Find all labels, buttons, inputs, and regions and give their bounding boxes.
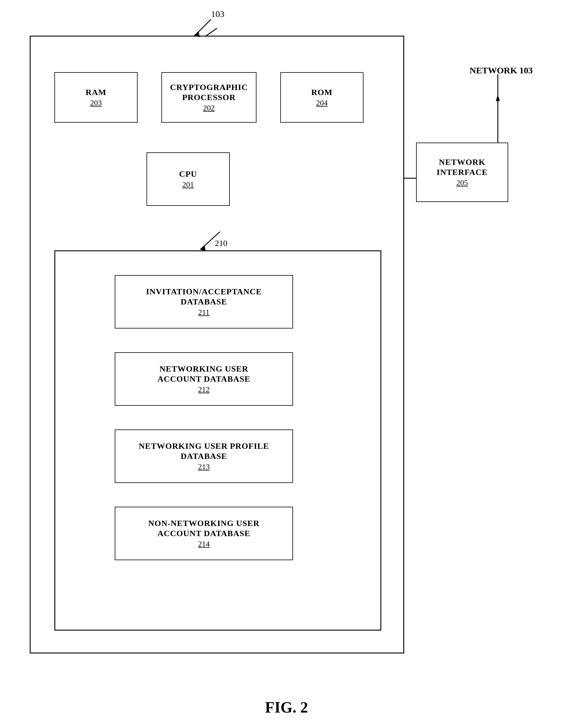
db4-label: NON-NETWORKING USERACCOUNT DATABASE — [148, 518, 259, 538]
db4-box: NON-NETWORKING USERACCOUNT DATABASE 214 — [115, 507, 293, 560]
rom-ref: 204 — [316, 99, 328, 108]
cpu-box: CPU 201 — [147, 152, 230, 206]
cpu-label: CPU — [179, 169, 197, 179]
cpu-ref: 201 — [183, 180, 194, 189]
crypto-ref: 202 — [203, 104, 215, 113]
db3-ref: 213 — [198, 462, 210, 471]
db1-box: INVITATION/ACCEPTANCEDATABASE 211 — [115, 275, 293, 329]
db2-label: NETWORKING USERACCOUNT DATABASE — [158, 364, 250, 384]
db4-ref: 214 — [198, 540, 210, 549]
db2-ref: 212 — [198, 385, 210, 394]
svg-line-20 — [202, 232, 220, 248]
network-interface-ref: 205 — [457, 178, 468, 187]
crypto-box: CRYPTOGRAPHICPROCESSOR 202 — [161, 72, 257, 123]
ram-box: RAM 203 — [54, 72, 138, 123]
db3-box: NETWORKING USER PROFILEDATABASE 213 — [115, 430, 293, 483]
storage-box: INVITATION/ACCEPTANCEDATABASE 211 NETWOR… — [54, 250, 381, 630]
network-interface-box: NETWORKINTERFACE 205 — [416, 143, 508, 202]
db1-ref: 211 — [198, 308, 210, 317]
rom-label: ROM — [311, 87, 332, 98]
svg-marker-14 — [496, 95, 500, 101]
network-label: NETWORK 103 — [470, 65, 533, 75]
crypto-label: CRYPTOGRAPHICPROCESSOR — [170, 82, 248, 102]
figure-label: FIG. 2 — [265, 698, 308, 716]
db2-box: NETWORKING USERACCOUNT DATABASE 212 — [115, 352, 293, 406]
ram-label: RAM — [86, 87, 106, 98]
ram-ref: 203 — [90, 99, 102, 108]
network-interface-label: NETWORKINTERFACE — [436, 157, 488, 177]
rom-box: ROM 204 — [280, 72, 363, 123]
db3-label: NETWORKING USER PROFILEDATABASE — [139, 441, 269, 461]
db1-label: INVITATION/ACCEPTANCEDATABASE — [146, 287, 262, 306]
